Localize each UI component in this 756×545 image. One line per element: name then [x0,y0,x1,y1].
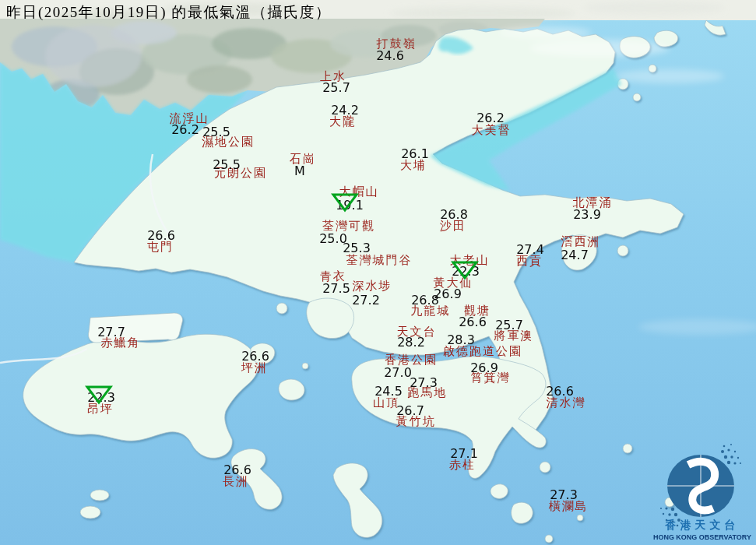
station-temp-value: 24.5 [374,385,403,398]
station-name-label: 大帽山 [339,186,379,198]
hko-logo-emblem [660,444,741,528]
station-temp-value: 25.3 [343,242,371,255]
hko-logo: 香港天文台 HONG KONG OBSERVATORY [652,441,756,545]
hko-logo-name-zh: 香港天文台 [665,519,740,531]
station-temp-value: 26.6 [241,350,269,363]
station-temp-value: 26.6 [459,316,487,329]
station-temp-value: 25.5 [202,126,230,139]
station-temp-value: 24.7 [561,249,589,262]
hko-logo-name-en: HONG KONG OBSERVATORY [653,533,751,541]
station-temp-value: 24.6 [376,50,404,62]
station-temp-value: 26.8 [411,294,439,307]
station-temp-value: 25.7 [495,319,523,332]
station-temp-value: 26.8 [440,209,468,221]
station-temp-value: 23.9 [573,209,601,221]
station-name-label: 荃灣城門谷 [346,255,413,266]
station-name-label: 香港公園 [385,354,438,366]
stations-layer: 打鼓嶺24.6上水25.7大隴24.2流浮山26.2濕地公園25.5元朗公園25… [0,0,756,545]
station-temp-value: 26.6 [147,230,175,242]
station-temp-value: 24.2 [331,104,359,117]
station-temp-value: 27.0 [384,367,412,379]
station-temp-value: 26.2 [171,124,199,136]
station-temp-value: 25.7 [322,82,350,94]
station-name-label: 滘西洲 [561,236,601,248]
station-temp-value: 27.4 [516,244,544,256]
station-temp-value: 26.1 [401,148,429,160]
station-temp-value: 27.3 [410,377,438,389]
station-temp-value: 22.3 [87,392,115,404]
station-temp-value: 28.3 [447,334,475,346]
station-temp-value: 19.1 [336,199,364,212]
station-name-label: 大美督 [472,125,512,136]
station-name-label: 深水埗 [353,280,392,292]
station-temp-value: 27.1 [450,448,478,460]
station-temp-value: 26.6 [223,464,251,476]
station-temp-value: 25.5 [213,159,241,171]
station-temp-value: 26.6 [546,385,574,398]
station-temp-value: 28.2 [397,336,425,349]
station-temp-value: M [294,165,305,178]
station-temp-value: 27.7 [97,326,125,339]
station-temp-value: 27.2 [352,294,380,307]
station-name-label: 荃灣可觀 [322,220,375,232]
station-temp-value: 26.9 [470,362,498,374]
station-temp-value: 26.2 [476,112,505,125]
station-temp-value: 27.3 [550,489,578,501]
station-temp-value: 27.5 [322,283,350,295]
station-temp-value: 26.7 [396,405,424,417]
